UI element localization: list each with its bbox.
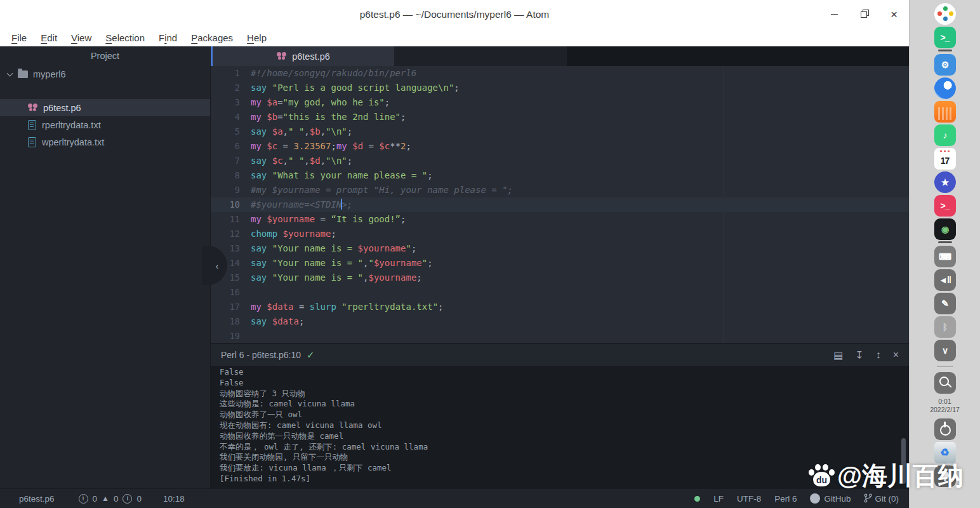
terminal-red-icon[interactable]: >_	[934, 195, 956, 217]
chevron-down-icon[interactable]: ∨	[934, 340, 956, 361]
code-line-1[interactable]: 1#!/home/songyq/rakudo/bin/perl6	[211, 66, 909, 81]
code-line-11[interactable]: 11my $yourname = “It is good!”;	[211, 212, 909, 227]
linter-ok-dot-icon	[694, 496, 700, 502]
running-indicator	[938, 241, 952, 243]
app-launcher-icon[interactable]	[934, 3, 956, 25]
close-button[interactable]: ×	[879, 0, 909, 29]
software-center-icon[interactable]: ⚙	[934, 54, 956, 76]
dock-divider	[937, 366, 953, 367]
terminal-green-icon[interactable]: >_	[934, 27, 956, 48]
clock-time: 0:01	[930, 398, 960, 406]
line-number: 12	[211, 227, 251, 241]
bluetooth-icon[interactable]: ᛒ	[934, 316, 956, 338]
output-line: 这些动物是: camel vicuna llama	[220, 399, 909, 410]
diagnostics[interactable]: ! 0 ▲ 0 i 0	[79, 494, 142, 504]
minimize-button[interactable]	[819, 0, 849, 29]
code-line-16[interactable]: 16	[211, 285, 909, 300]
code-line-19[interactable]: 19	[211, 329, 909, 343]
statusbar-right: LF UTF-8 Perl 6 GitHub Git (0)	[694, 493, 899, 504]
browser-icon[interactable]	[934, 77, 956, 99]
code-line-17[interactable]: 17my $data = slurp "rperltrydata.txt";	[211, 300, 909, 314]
text-editor[interactable]: 1#!/home/songyq/rakudo/bin/perl62say "Pe…	[211, 66, 909, 343]
search-icon[interactable]	[934, 372, 956, 394]
code-line-18[interactable]: 18say $data;	[211, 314, 909, 329]
encoding[interactable]: UTF-8	[737, 494, 761, 504]
code-line-4[interactable]: 4my $b="this is the 2nd line";	[211, 110, 909, 124]
keyboard-icon[interactable]: ⌨	[934, 246, 956, 267]
code-line-3[interactable]: 3my $a="my god, who he is";	[211, 95, 909, 110]
statusbar-filename[interactable]: p6test.p6	[19, 494, 55, 504]
project-header: Project	[0, 46, 210, 65]
folder-icon	[18, 70, 28, 78]
code-content: my $b="this is the 2nd line";	[251, 110, 406, 124]
code-line-13[interactable]: 13say "Your name is = $yourname";	[211, 241, 909, 256]
baidu-du-label: du	[813, 472, 830, 486]
system-dock: >_⚙♪17★>_◉⌨◄‖✎ᛒ∨0:012022/2/17♻	[909, 0, 980, 508]
atom-editor-icon[interactable]: ◉	[934, 218, 956, 240]
line-number: 18	[211, 314, 251, 329]
line-number: 11	[211, 212, 251, 227]
line-number: 3	[211, 95, 251, 110]
code-line-8[interactable]: 8say "What is your name please = ";	[211, 168, 909, 183]
code-line-2[interactable]: 2say "Perl is a good script language\n";	[211, 81, 909, 95]
power-icon[interactable]	[934, 418, 956, 440]
line-number: 1	[211, 66, 251, 81]
code-line-6[interactable]: 6my $c = 3.23567;my $d = $c**2;	[211, 139, 909, 154]
code-line-7[interactable]: 7say $c," ",$d,"\n";	[211, 154, 909, 168]
emblem-badge-icon[interactable]: ★	[934, 171, 956, 193]
error-circle-icon: !	[79, 494, 88, 504]
git-segment[interactable]: Git (0)	[864, 493, 899, 504]
output-line: False	[220, 367, 909, 378]
menu-help[interactable]: Help	[240, 32, 274, 43]
line-ending[interactable]: LF	[713, 494, 724, 504]
tree-item-label: p6test.p6	[43, 103, 81, 113]
warning-triangle-icon: ▲	[102, 495, 109, 502]
calendar-icon[interactable]: 17	[934, 148, 956, 170]
volume-icon[interactable]: ◄‖	[934, 269, 956, 291]
cursor-position[interactable]: 10:18	[163, 494, 185, 504]
code-line-10[interactable]: 10#$yourname=<STDIN>;	[211, 197, 909, 212]
tree-item-folder[interactable]: myperl6	[0, 65, 210, 83]
baidu-paw-icon: du	[809, 464, 835, 489]
menu-find[interactable]: Find	[152, 32, 184, 43]
menu-view[interactable]: View	[64, 32, 98, 43]
auto-scroll-icon[interactable]: ↕	[876, 349, 881, 361]
tree-item-rperltrydata.txt[interactable]: rperltrydata.txt	[0, 116, 210, 133]
app-store-bag-icon[interactable]	[934, 101, 956, 123]
tab-p6test[interactable]: p6test.p6	[213, 46, 394, 66]
watermark-text: @海川百纳	[837, 458, 963, 493]
menu-bar: FileEditViewSelectionFindPackagesHelp	[0, 29, 909, 46]
error-count: 0	[93, 494, 98, 504]
code-content: my $data = slurp "rperltrydata.txt";	[251, 300, 444, 314]
menu-edit[interactable]: Edit	[34, 32, 64, 43]
line-number: 7	[211, 154, 251, 168]
info-count: 0	[136, 494, 142, 504]
code-line-14[interactable]: 14say "Your name is = ","$yourname";	[211, 256, 909, 271]
grammar[interactable]: Perl 6	[774, 494, 797, 504]
output-doc-icon[interactable]: ▤	[833, 349, 843, 361]
menu-file[interactable]: File	[4, 32, 34, 43]
scroll-to-bottom-icon[interactable]: ↧	[855, 349, 863, 361]
code-line-15[interactable]: 15say "Your name is = ",$yourname;	[211, 271, 909, 285]
script-output[interactable]: FalseFalse动物园容纳了 3 只动物这些动物是: camel vicun…	[211, 367, 909, 489]
code-line-12[interactable]: 12chomp $yourname;	[211, 227, 909, 241]
github-segment[interactable]: GitHub	[810, 493, 851, 504]
menu-packages[interactable]: Packages	[184, 32, 240, 43]
menu-selection[interactable]: Selection	[98, 32, 152, 43]
code-content: my $c = 3.23567;my $d = $c**2;	[251, 139, 411, 154]
music-icon[interactable]: ♪	[934, 124, 956, 146]
output-line: False	[220, 378, 909, 389]
tree-item-label: rperltrydata.txt	[42, 120, 101, 130]
line-number: 4	[211, 110, 251, 124]
pen-icon[interactable]: ✎	[934, 293, 956, 314]
github-label: GitHub	[824, 494, 851, 504]
restore-button[interactable]	[849, 0, 879, 29]
tree-item-wperltrydata.txt[interactable]: wperltrydata.txt	[0, 133, 210, 150]
tree-item-p6test.p6[interactable]: p6test.p6	[0, 99, 210, 116]
tab-bar: p6test.p6	[211, 46, 909, 66]
code-line-5[interactable]: 5say $a," ",$b,"\n";	[211, 124, 909, 139]
code-line-9[interactable]: 9#my $yourname = prompt "Hi, your name p…	[211, 183, 909, 197]
camelia-icon	[28, 104, 38, 112]
window-controls: ×	[819, 0, 909, 29]
close-panel-icon[interactable]: ×	[893, 349, 899, 361]
